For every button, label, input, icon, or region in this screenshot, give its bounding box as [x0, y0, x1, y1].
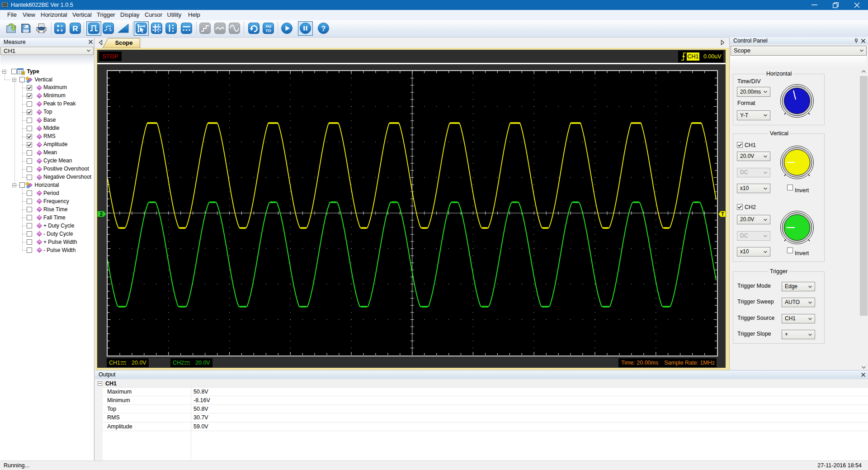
svg-text:TO: TO	[265, 28, 271, 33]
svg-text:?: ?	[321, 25, 326, 33]
svg-text:AU: AU	[265, 24, 271, 28]
svg-text:2: 2	[100, 211, 103, 217]
svg-text:R: R	[72, 24, 78, 33]
svg-text:T: T	[721, 211, 724, 217]
svg-text:Scope: Scope	[115, 39, 132, 46]
